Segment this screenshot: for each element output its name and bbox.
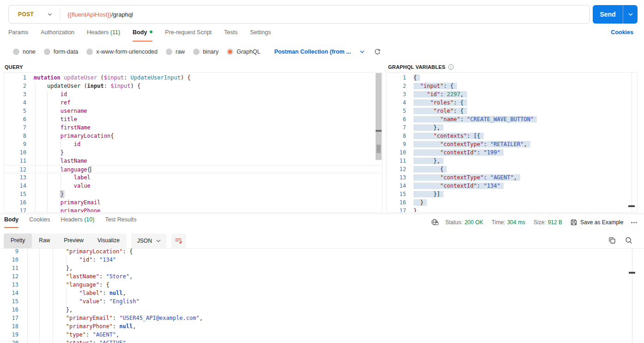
code-line[interactable]: 13 label — [4, 173, 382, 182]
search-icon[interactable] — [625, 237, 632, 244]
line-number: 4 — [387, 98, 406, 107]
view-preview[interactable]: Preview — [57, 233, 91, 248]
radio-icon — [44, 49, 50, 55]
info-icon[interactable]: i — [448, 64, 454, 70]
code-line[interactable]: 3 id — [4, 90, 382, 98]
overview-ruler — [632, 73, 632, 212]
code-line[interactable]: 16 } — [387, 198, 637, 207]
code-line[interactable]: 6 "name": "CREATE_WAVE_BUTTON" — [387, 115, 637, 123]
tab-settings[interactable]: Settings — [250, 29, 271, 42]
code-line[interactable]: 12 "lastName": "Store", — [0, 272, 644, 281]
code-line[interactable]: 14 "label": null, — [0, 289, 644, 297]
tab-body[interactable]: Body — [133, 29, 152, 42]
chevron-down-icon[interactable] — [48, 13, 52, 16]
code-line[interactable]: 10 "contextId": "199" — [387, 148, 637, 157]
refresh-schema-icon[interactable] — [374, 49, 381, 55]
schema-chevron-down-icon[interactable] — [360, 50, 365, 53]
radio-icon — [86, 49, 93, 55]
tab-tests[interactable]: Tests — [224, 29, 237, 42]
code-line[interactable]: 19 "type": "AGENT", — [0, 331, 644, 339]
code-line[interactable]: 6 title — [4, 115, 382, 123]
body-type-form-data[interactable]: form-data — [44, 49, 79, 55]
response-body-editor[interactable]: 9 "primaryLocation": {10 "id": "134"11 }… — [0, 249, 644, 343]
body-type-x-www-form-urlencoded[interactable]: x-www-form-urlencoded — [86, 49, 158, 55]
more-actions-icon[interactable]: ••• — [631, 220, 638, 225]
body-type-binary[interactable]: binary — [193, 49, 219, 55]
code-line[interactable]: 15 } — [4, 190, 382, 198]
code-line[interactable]: 14 "contextId": "134" — [387, 182, 637, 190]
view-visualize[interactable]: Visualize — [91, 233, 127, 248]
code-line[interactable]: 15 "value": "English" — [0, 297, 644, 306]
code-line[interactable]: 11 }, — [387, 157, 637, 165]
body-type-graphql[interactable]: GraphQL — [227, 49, 260, 55]
code-line[interactable]: 4 "roles": { — [387, 98, 637, 107]
code-line[interactable]: 10 "id": "134" — [0, 256, 644, 264]
indent-guide — [66, 256, 67, 264]
code-line[interactable]: 17 primaryPhone — [4, 207, 382, 213]
body-type-none[interactable]: none — [13, 49, 36, 55]
code-line[interactable]: 3 "id": 2297, — [387, 90, 637, 98]
graphql-variables-editor[interactable]: 1{ 2 "input": { 3 "id": 2297, 4 "roles":… — [386, 72, 638, 213]
send-button[interactable]: Send — [593, 5, 623, 24]
code-line[interactable]: 4 ref — [4, 98, 382, 107]
code-line[interactable]: 5 username — [4, 107, 382, 115]
body-type-raw[interactable]: raw — [166, 49, 185, 55]
code-line[interactable]: 17 "primaryEmail": "USER45_API@example.c… — [0, 314, 644, 322]
line-number: 15 — [0, 297, 18, 306]
code-line[interactable]: 1mutation updateUser ($input: UpdateUser… — [4, 74, 382, 82]
code-line[interactable]: 16 primaryEmail — [4, 198, 382, 207]
indent-guide — [47, 173, 48, 182]
code-line[interactable]: 15 }] — [387, 190, 637, 198]
code-line[interactable]: 2 "input": { — [387, 82, 637, 90]
code-line[interactable]: 14 value — [4, 182, 382, 190]
cookies-link[interactable]: Cookies — [611, 29, 633, 36]
code-line[interactable]: 8 primaryLocation{ — [4, 132, 382, 140]
send-options-chevron-icon[interactable] — [623, 5, 638, 24]
graphql-query-editor[interactable]: 1mutation updateUser ($input: UpdateUser… — [4, 72, 383, 213]
code-line[interactable]: 17} — [387, 207, 637, 213]
view-pretty[interactable]: Pretty — [4, 233, 32, 248]
code-line[interactable]: 5 "role": { — [387, 107, 637, 115]
code-line[interactable]: 1{ — [387, 74, 637, 82]
code-line[interactable]: 2 updateUser (input: $input) { — [4, 82, 382, 90]
chevron-down-icon — [156, 239, 161, 242]
url-input[interactable]: {{fluentApiHost}}/graphql — [60, 11, 133, 18]
line-number: 10 — [0, 256, 18, 264]
code-line[interactable]: 13 "language": { — [0, 281, 644, 289]
schema-source-link[interactable]: Postman Collection (from ... — [274, 49, 351, 55]
code-line[interactable]: 9 "contextType": "RETAILER", — [387, 140, 637, 148]
code-line[interactable]: 10 } — [4, 148, 382, 157]
response-tab-headers[interactable]: Headers (10) — [61, 216, 94, 228]
code-line[interactable]: 11 }, — [0, 264, 644, 272]
code-line[interactable]: 13 "contextType": "AGENT", — [387, 173, 637, 182]
response-tab-test-results[interactable]: Test Results — [105, 216, 136, 228]
method-selector[interactable]: POST — [9, 11, 34, 18]
network-globe-icon[interactable] — [431, 219, 439, 226]
copy-icon[interactable] — [608, 237, 616, 244]
code-line[interactable]: 9 id — [4, 140, 382, 148]
code-line[interactable]: 12 { — [387, 165, 637, 173]
response-tab-body[interactable]: Body — [4, 216, 18, 228]
indent-guide — [39, 331, 40, 339]
indent-guide — [27, 249, 28, 256]
code-line[interactable]: 16 }, — [0, 306, 644, 314]
tab-headers[interactable]: Headers (11) — [87, 29, 120, 42]
tab-authorization[interactable]: Authorization — [41, 29, 74, 42]
wrap-text-icon[interactable] — [171, 233, 186, 248]
code-line[interactable]: 7 }, — [387, 123, 637, 132]
code-line[interactable]: 20 "status": "ACTIVE" — [0, 339, 644, 343]
code-line[interactable]: 7 firstName — [4, 123, 382, 132]
indent-guide — [35, 123, 36, 132]
format-select[interactable]: JSON — [131, 233, 167, 248]
code-line[interactable]: 9 "primaryLocation": { — [0, 249, 644, 256]
code-line[interactable]: 12 language{ — [4, 165, 382, 173]
tab-pre-request-script[interactable]: Pre-request Script — [165, 29, 212, 42]
tab-params[interactable]: Params — [8, 29, 28, 42]
code-line[interactable]: 8 "contexts": [{ — [387, 132, 637, 140]
code-line[interactable]: 18 "primaryPhone": null, — [0, 322, 644, 331]
save-as-example-button[interactable]: Save as Example — [571, 219, 623, 226]
response-tab-cookies[interactable]: Cookies — [29, 216, 50, 228]
indent-guide — [47, 107, 48, 115]
code-line[interactable]: 11 lastName — [4, 157, 382, 165]
view-raw[interactable]: Raw — [32, 233, 57, 248]
